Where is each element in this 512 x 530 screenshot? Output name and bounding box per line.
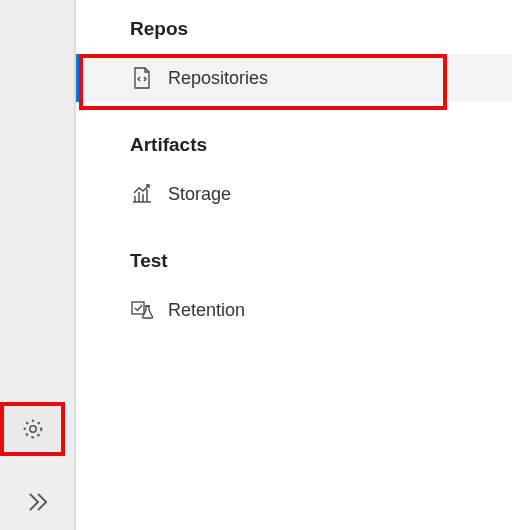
nav-item-label: Repositories (168, 68, 268, 89)
nav-item-storage[interactable]: Storage (76, 170, 512, 218)
chevron-double-right-icon (24, 488, 52, 516)
svg-rect-2 (132, 302, 144, 314)
svg-point-1 (24, 421, 40, 437)
nav-item-repositories[interactable]: Repositories (76, 54, 512, 102)
section-header-artifacts: Artifacts (76, 120, 512, 170)
retention-flask-icon (130, 298, 154, 322)
project-settings-button[interactable] (0, 402, 65, 456)
gear-icon (21, 417, 45, 441)
code-file-icon (130, 66, 154, 90)
storage-chart-icon (130, 182, 154, 206)
nav-item-label: Retention (168, 300, 245, 321)
settings-menu-panel: Repos Repositories Artifacts Storage Tes… (75, 0, 512, 530)
section-header-test: Test (76, 236, 512, 286)
expand-sidebar-button[interactable] (0, 474, 75, 530)
collapsed-rail (0, 0, 75, 530)
section-header-repos: Repos (76, 4, 512, 54)
nav-item-retention[interactable]: Retention (76, 286, 512, 334)
nav-item-label: Storage (168, 184, 231, 205)
svg-point-0 (29, 426, 35, 432)
